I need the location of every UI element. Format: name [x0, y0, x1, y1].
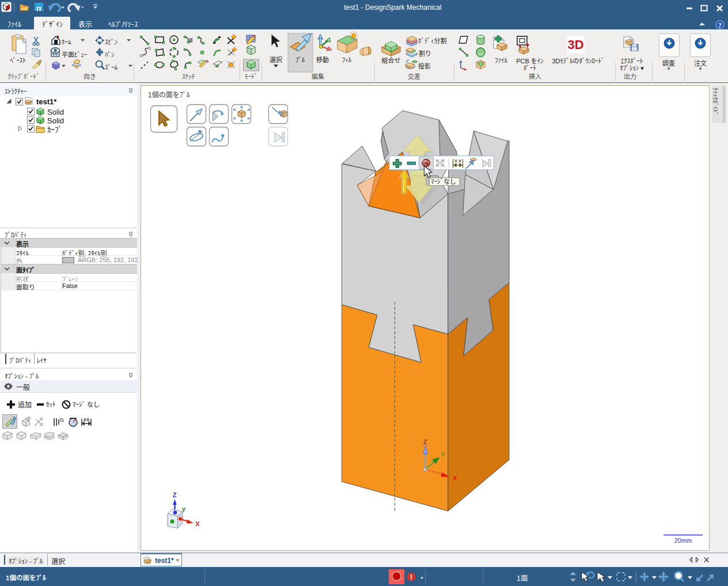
svg-text:Solid: Solid [47, 108, 64, 116]
svg-text:?: ? [718, 21, 722, 29]
svg-text:ﾏｰｼﾞなし: ﾏｰｼﾞなし [431, 178, 456, 185]
svg-text:X X: X X [454, 158, 461, 164]
svg-text:test1*: test1* [36, 97, 57, 106]
svg-text:追加: 追加 [18, 400, 32, 409]
svg-text:!: ! [410, 573, 412, 581]
svg-text:ｶｰﾌﾞ: ｶｰﾌﾞ [47, 125, 62, 134]
svg-text:Y: Y [181, 506, 186, 513]
svg-text:Z: Z [173, 492, 177, 498]
svg-text:ｶｯﾄ: ｶｯﾄ [46, 401, 56, 408]
svg-text:Solid: Solid [47, 116, 64, 125]
svg-text:3D: 3D [567, 37, 583, 52]
svg-text:Y: Y [441, 451, 445, 458]
svg-text:X: X [195, 520, 200, 527]
svg-text:X: X [453, 475, 457, 482]
svg-text:20mm: 20mm [674, 537, 692, 544]
svg-text:Z: Z [423, 438, 427, 445]
svg-text:ﾏｰｼﾞ なし: ﾏｰｼﾞ なし [73, 401, 100, 408]
svg-text:1個の面をﾌﾟﾙ: 1個の面をﾌﾟﾙ [148, 91, 190, 99]
